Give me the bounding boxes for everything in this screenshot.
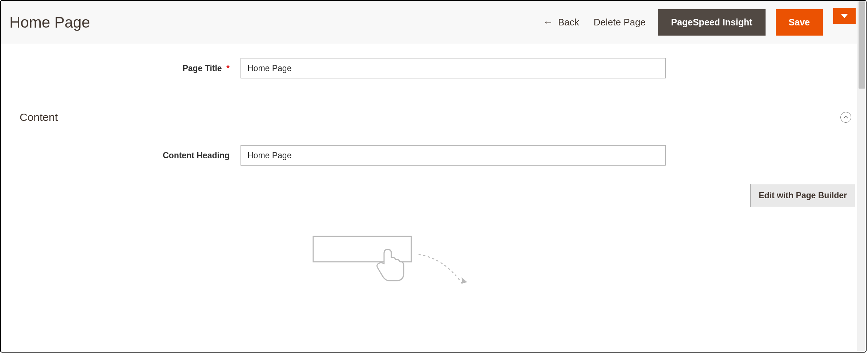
svg-rect-1 bbox=[313, 236, 411, 262]
content-heading-field-row: Content Heading bbox=[12, 145, 855, 166]
content-heading-label-text: Content Heading bbox=[163, 151, 230, 160]
chevron-up-icon bbox=[843, 116, 848, 119]
page-title-field-row: Page Title * bbox=[12, 58, 855, 78]
pagespeed-insight-button[interactable]: PageSpeed Insight bbox=[658, 9, 766, 36]
save-dropdown-button[interactable] bbox=[833, 8, 856, 24]
svg-marker-2 bbox=[459, 277, 467, 285]
scrollbar-thumb[interactable] bbox=[859, 1, 865, 89]
delete-page-button[interactable]: Delete Page bbox=[592, 13, 648, 32]
pagespeed-label: PageSpeed Insight bbox=[671, 17, 752, 27]
edit-builder-label: Edit with Page Builder bbox=[759, 191, 847, 200]
content-heading-input[interactable] bbox=[241, 145, 666, 166]
content-heading-label: Content Heading bbox=[12, 151, 241, 160]
header-actions: ← Back Delete Page PageSpeed Insight Sav… bbox=[541, 9, 856, 36]
back-label: Back bbox=[558, 17, 579, 28]
arrow-left-icon: ← bbox=[543, 17, 553, 28]
page-builder-placeholder[interactable] bbox=[12, 233, 855, 294]
page-header: Home Page ← Back Delete Page PageSpeed I… bbox=[1, 1, 866, 44]
edit-with-page-builder-button[interactable]: Edit with Page Builder bbox=[750, 184, 855, 207]
caret-down-icon bbox=[841, 14, 848, 18]
content-section-title: Content bbox=[20, 111, 58, 123]
collapse-toggle[interactable] bbox=[840, 112, 851, 123]
svg-marker-0 bbox=[841, 14, 848, 18]
save-label: Save bbox=[789, 17, 810, 27]
delete-label: Delete Page bbox=[594, 17, 646, 28]
save-button[interactable]: Save bbox=[776, 9, 823, 36]
drag-drop-illustration-icon bbox=[310, 233, 477, 294]
form-area: Page Title * Content Content Heading Edi… bbox=[1, 44, 866, 294]
page-title-input[interactable] bbox=[241, 58, 666, 78]
page-title: Home Page bbox=[9, 14, 90, 31]
edit-builder-wrap: Edit with Page Builder bbox=[12, 184, 855, 207]
content-section-header[interactable]: Content bbox=[12, 97, 855, 145]
required-asterisk: * bbox=[226, 64, 230, 73]
back-button[interactable]: ← Back bbox=[541, 13, 581, 32]
page-title-label-text: Page Title bbox=[182, 64, 222, 73]
page-title-label: Page Title * bbox=[12, 64, 241, 73]
